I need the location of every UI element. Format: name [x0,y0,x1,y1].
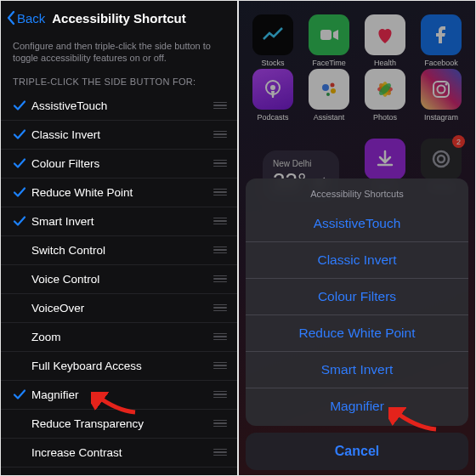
feature-row[interactable]: AssistiveTouch [1,92,237,121]
action-sheet: Accessibility Shortcuts AssistiveTouchCl… [246,178,468,426]
explain-text: Configure and then triple-click the side… [1,35,237,75]
feature-row[interactable]: Switch Control [1,236,237,265]
feature-label: Reduce White Point [31,186,212,199]
drag-handle-icon[interactable] [212,362,227,370]
feature-row[interactable]: Voice Control [1,265,237,294]
drag-handle-icon[interactable] [212,275,227,283]
checkmark-icon [13,185,31,199]
feature-label: Classic Invert [31,128,212,141]
feature-row[interactable]: Colour Filters [1,150,237,178]
feature-row[interactable]: Full Keyboard Access [1,352,237,381]
feature-label: Zoom [31,331,212,343]
feature-label: Reduce Transparency [31,417,212,430]
page-title: Accessibility Shortcut [52,11,186,26]
back-label: Back [17,11,45,26]
feature-label: Smart Invert [31,215,212,228]
checkmark-icon [13,99,31,112]
sheet-item[interactable]: Magnifier [246,388,468,424]
feature-label: Full Keyboard Access [31,360,212,372]
drag-handle-icon[interactable] [212,420,227,428]
feature-label: VoiceOver [31,302,212,314]
sheet-item[interactable]: Classic Invert [246,241,468,278]
drag-handle-icon[interactable] [212,189,227,196]
section-header: TRIPLE-CLICK THE SIDE BUTTON FOR: [1,75,237,92]
feature-label: Voice Control [31,273,212,286]
drag-handle-icon[interactable] [212,246,227,254]
sheet-item[interactable]: Reduce White Point [246,314,468,351]
feature-row[interactable]: Reduce White Point [1,178,237,207]
feature-row[interactable]: Increase Contrast [1,439,237,468]
drag-handle-icon[interactable] [212,304,227,312]
settings-screen: Back Accessibility Shortcut Configure an… [0,0,238,476]
feature-row[interactable]: Reduce Transparency [1,410,237,439]
sheet-item[interactable]: Smart Invert [246,351,468,388]
drag-handle-icon[interactable] [212,391,227,399]
drag-handle-icon[interactable] [212,333,227,341]
feature-label: Magnifier [31,388,212,401]
feature-row[interactable]: Smart Invert [1,207,237,236]
drag-handle-icon[interactable] [212,160,227,167]
feature-label: AssistiveTouch [31,99,212,112]
drag-handle-icon[interactable] [212,102,227,110]
feature-row[interactable]: Classic Invert [1,121,237,150]
checkmark-icon [13,128,31,141]
feature-label: Increase Contrast [31,446,212,459]
feature-row[interactable]: Magnifier [1,381,237,410]
drag-handle-icon[interactable] [212,449,227,456]
chevron-left-icon [6,10,16,26]
feature-label: Colour Filters [31,157,212,170]
checkmark-icon [13,156,31,170]
feature-row[interactable]: VoiceOver [1,294,237,323]
feature-row[interactable]: Zoom [1,323,237,352]
sheet-title: Accessibility Shortcuts [246,184,468,206]
checkmark-icon [13,214,31,228]
navbar: Back Accessibility Shortcut [1,1,237,35]
feature-label: Switch Control [31,244,212,257]
back-button[interactable]: Back [6,10,45,26]
drag-handle-icon[interactable] [212,131,227,139]
drag-handle-icon[interactable] [212,218,227,225]
cancel-button[interactable]: Cancel [246,433,468,470]
sheet-item[interactable]: Colour Filters [246,278,468,314]
checkmark-icon [13,388,31,401]
home-screen: StocksFaceTimeHealthFacebook PodcastsAss… [238,0,476,476]
sheet-item[interactable]: AssistiveTouch [246,206,468,241]
